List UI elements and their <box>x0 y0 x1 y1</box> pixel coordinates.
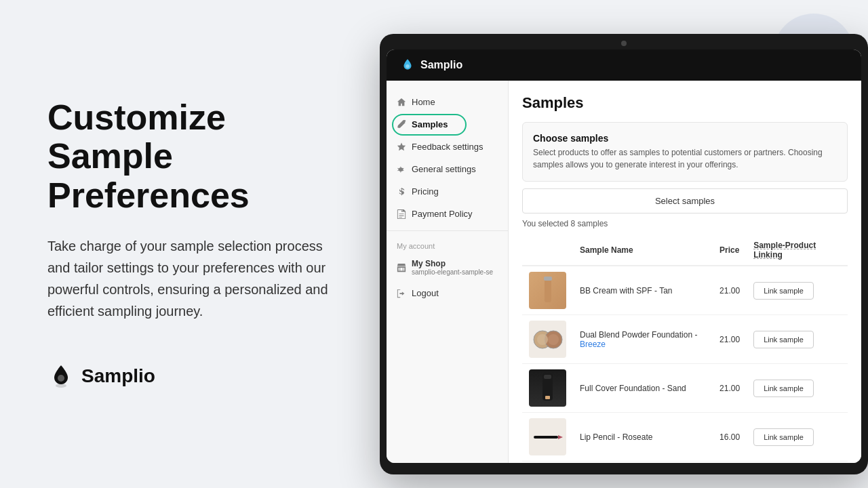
table-row: Liquid Shimmer - Goldie 25.00 Link sampl… <box>522 462 848 464</box>
svg-point-1 <box>58 375 64 382</box>
svg-rect-11 <box>545 396 550 399</box>
page-title: Samples <box>522 94 848 112</box>
product-name: Liquid Shimmer - Goldie <box>573 462 713 464</box>
samplio-logo-icon <box>47 363 75 390</box>
product-price: 25.00 <box>713 462 747 464</box>
table-row: BB Cream with SPF - Tan 21.00 Link sampl… <box>522 266 848 315</box>
product-name: Full Cover Foundation - Sand <box>573 364 713 413</box>
shop-url: samplio-elegant-sample-se <box>412 268 493 276</box>
sidebar-item-feedback[interactable]: Feedback settings <box>387 136 508 158</box>
choose-samples-box: Choose samples Select products to offer … <box>522 122 848 182</box>
sidebar-item-samples[interactable]: Samples <box>387 113 508 136</box>
tablet-camera <box>621 41 627 46</box>
sidebar-pricing-label: Pricing <box>412 186 439 197</box>
main-heading: Customize Sample Preferences <box>47 98 339 215</box>
product-name: Dual Blend Powder Foundation - Breeze <box>573 315 713 364</box>
dollar-icon <box>397 187 406 197</box>
svg-point-0 <box>56 384 66 388</box>
col-header-image <box>522 235 573 266</box>
svg-point-8 <box>548 334 559 345</box>
svg-rect-10 <box>544 375 551 379</box>
link-sample-cell: Link sample <box>747 364 848 413</box>
sidebar-item-pricing[interactable]: Pricing <box>387 180 508 203</box>
sidebar-divider <box>387 230 508 231</box>
sidebar-general-label: General settings <box>412 164 476 174</box>
sidebar-feedback-label: Feedback settings <box>412 142 484 152</box>
svg-point-2 <box>406 64 410 68</box>
app-topbar: Samplio <box>387 49 861 81</box>
product-image <box>529 321 566 358</box>
sidebar-logout-label: Logout <box>412 288 439 298</box>
table-row: Full Cover Foundation - Sand 21.00 Link … <box>522 364 848 413</box>
app-logo-icon <box>400 58 415 73</box>
product-image <box>529 418 566 455</box>
product-price: 21.00 <box>713 364 747 413</box>
product-price: 21.00 <box>713 266 747 315</box>
powder-svg <box>532 324 564 355</box>
table-row: Dual Blend Powder Foundation - Breeze 21… <box>522 315 848 364</box>
product-price: 21.00 <box>713 315 747 364</box>
choose-samples-heading: Choose samples <box>533 133 837 144</box>
shop-icon <box>397 263 406 272</box>
my-shop-label: My Shop <box>412 259 493 268</box>
selected-count: You selected 8 samples <box>522 219 848 228</box>
product-name: Lip Pencil - Roseate <box>573 413 713 462</box>
main-content: Samples Choose samples Select products t… <box>509 81 861 463</box>
table-row: Lip Pencil - Roseate 16.00 Link sample <box>522 413 848 462</box>
product-image-cell <box>522 315 573 364</box>
brand-logo: Samplio <box>47 363 339 390</box>
product-image-cell <box>522 364 573 413</box>
star-icon <box>397 142 406 152</box>
sidebar-item-home[interactable]: Home <box>387 91 508 113</box>
right-panel: Samplio Home <box>380 0 868 488</box>
link-sample-cell: Link sample <box>747 266 848 315</box>
product-image-cell <box>522 266 573 315</box>
product-image-cell <box>522 462 573 464</box>
link-sample-button[interactable]: Link sample <box>753 282 814 300</box>
link-sample-button[interactable]: Link sample <box>753 380 814 397</box>
svg-rect-3 <box>545 279 551 302</box>
sidebar-item-general[interactable]: General settings <box>387 158 508 180</box>
col-header-linking: Sample-Product Linking <box>747 235 848 266</box>
svg-rect-4 <box>544 277 552 281</box>
product-image-cell <box>522 413 573 462</box>
product-image <box>529 272 566 309</box>
sidebar-home-label: Home <box>412 97 435 107</box>
brand-name-text: Samplio <box>81 365 155 387</box>
app-logo-area: Samplio <box>400 58 462 73</box>
svg-marker-13 <box>558 435 563 439</box>
link-sample-cell: Link sample <box>747 462 848 464</box>
svg-point-7 <box>537 334 548 345</box>
samples-table: Sample Name Price Sample-Product Linking <box>522 235 848 463</box>
left-panel: Customize Sample Preferences Take charge… <box>0 58 380 430</box>
tablet-mockup: Samplio Home <box>380 34 868 474</box>
document-icon <box>397 209 406 219</box>
samples-edit-icon <box>397 120 406 129</box>
sidebar: Home Samples <box>387 81 509 463</box>
logout-icon <box>397 289 406 298</box>
col-header-price: Price <box>713 235 747 266</box>
col-header-name: Sample Name <box>573 235 713 266</box>
lip-pencil-svg <box>532 433 563 441</box>
app-brand-name: Samplio <box>420 59 462 71</box>
bb-cream-svg <box>538 275 558 306</box>
foundation-svg <box>539 372 556 405</box>
link-sample-button[interactable]: Link sample <box>753 331 814 348</box>
sidebar-item-logout[interactable]: Logout <box>387 282 508 304</box>
app-body: Home Samples <box>387 81 861 463</box>
home-icon <box>397 98 406 107</box>
gear-icon <box>397 165 406 174</box>
product-name: BB Cream with SPF - Tan <box>573 266 713 315</box>
select-samples-button[interactable]: Select samples <box>522 188 848 214</box>
link-sample-cell: Link sample <box>747 413 848 462</box>
svg-rect-12 <box>534 436 558 439</box>
link-sample-button[interactable]: Link sample <box>753 428 814 446</box>
my-account-label: My account <box>387 237 508 253</box>
sidebar-samples-label: Samples <box>412 119 448 129</box>
sidebar-payment-label: Payment Policy <box>412 209 473 219</box>
choose-samples-desc: Select products to offer as samples to p… <box>533 146 837 171</box>
product-price: 16.00 <box>713 413 747 462</box>
tablet-screen: Samplio Home <box>387 49 861 463</box>
sidebar-item-payment[interactable]: Payment Policy <box>387 203 508 225</box>
sidebar-item-myshop[interactable]: My Shop samplio-elegant-sample-se <box>387 253 508 282</box>
